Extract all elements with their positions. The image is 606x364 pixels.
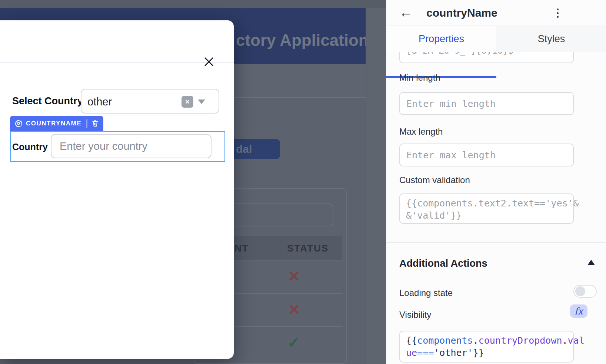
modal-header [0,20,234,63]
status-fail-icon: ✕ [288,302,300,317]
inspector-tabs: Properties Styles [386,26,606,52]
min-length-input[interactable] [399,92,574,115]
app-title: ctory Application [236,31,369,50]
fx-button[interactable]: fx [570,304,587,318]
loading-state-toggle[interactable] [573,285,597,298]
back-arrow-icon[interactable]: ← [399,5,413,20]
regex-input[interactable]: [a-zA-Z0-9_-]{8,16}$ [399,52,574,63]
open-modal-button-label: dal [236,143,252,155]
min-length-label: Min length [399,73,440,83]
status-fail-icon: ✕ [288,269,300,284]
status-pass-icon: ✓ [287,335,300,350]
additional-actions-title: Additional Actions [399,258,487,269]
inspector-panel: ← countryName Properties Styles [a-zA-Z0… [386,0,606,364]
country-field-label: Country [12,142,48,152]
trash-icon[interactable] [91,119,99,127]
tab-styles[interactable]: Styles [496,26,606,52]
country-dropdown[interactable]: other ✕ [81,89,219,114]
canvas-gutter [366,8,386,364]
chevron-down-icon[interactable] [198,100,205,104]
clear-selection-button[interactable]: ✕ [182,96,193,108]
section-divider [386,242,606,243]
visibility-code-input[interactable]: {{components.countryDropdown.value==='ot… [399,331,574,363]
gear-icon[interactable] [14,119,23,128]
table-header-status: STATUS [287,243,329,254]
kebab-menu-icon[interactable] [554,9,561,18]
widget-badge[interactable]: COUNTRYNAME [10,116,103,131]
inspector-title: countryName [426,7,497,19]
country-dropdown-value: other [87,96,112,108]
inspector-content: [a-zA-Z0-9_-]{8,16}$ Min length Max leng… [386,52,606,364]
regex-value: [a-zA-Z0-9_-]{8,16}$ [406,52,513,56]
custom-validation-input[interactable]: {{components.text2.text=='yes'&&'valid'}… [399,193,574,224]
tab-properties[interactable]: Properties [386,26,496,52]
close-button[interactable] [200,53,218,71]
custom-validation-label: Custom validation [399,175,470,185]
editor-topbar [0,0,386,8]
close-icon [204,57,214,67]
country-text-input[interactable] [51,134,212,158]
table-header-col1: NT [234,243,249,254]
select-country-label: Select Country [12,95,83,107]
fx-label: fx [575,306,583,317]
loading-state-label: Loading state [399,288,453,298]
screen: ctory Application dal NT STATUS ✕ ✕ ✓ Se… [0,0,606,364]
clear-icon: ✕ [185,98,190,105]
visibility-label: Visibility [399,310,431,320]
collapse-section-icon[interactable] [587,260,595,265]
country-modal: Select Country other ✕ COUNTRYNAME Count… [0,20,234,359]
toggle-knob [575,286,585,296]
max-length-label: Max length [399,127,443,137]
widget-badge-label: COUNTRYNAME [26,120,81,127]
max-length-input[interactable] [399,144,574,166]
badge-separator [86,119,87,128]
